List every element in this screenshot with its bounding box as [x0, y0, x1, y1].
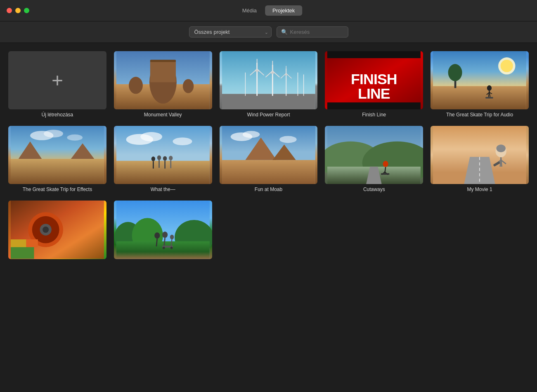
svg-line-108 [164, 238, 165, 246]
svg-rect-53 [116, 161, 210, 184]
maximize-button[interactable] [24, 8, 29, 13]
project-title-skate-audio: The Great Skate Trip for Audio [446, 112, 513, 118]
svg-point-71 [279, 136, 296, 143]
project-item-new[interactable]: + Új létrehozása [8, 51, 106, 118]
svg-rect-46 [11, 159, 104, 184]
project-title-monument-valley: Monument Valley [144, 112, 182, 118]
new-project-thumb: + [8, 51, 106, 109]
project-item-skate-audio[interactable]: The Great Skate Trip for Audio [431, 51, 529, 118]
svg-point-109 [170, 235, 174, 239]
search-input[interactable] [290, 29, 344, 35]
search-icon: 🔍 [281, 29, 288, 35]
filter-select[interactable]: Összes projekt [189, 26, 272, 38]
project-item-finish-line[interactable]: FINISH LINE Finish Line [325, 51, 423, 118]
project-title-finish-line: Finish Line [362, 112, 386, 118]
svg-rect-98 [11, 247, 34, 259]
svg-point-51 [67, 135, 83, 141]
svg-point-86 [497, 144, 506, 152]
svg-point-105 [154, 233, 160, 239]
svg-point-113 [170, 247, 173, 249]
svg-point-44 [448, 64, 462, 81]
project-item-bottom1[interactable] [8, 201, 106, 261]
project-thumb-finish-line: FINISH LINE [325, 51, 423, 109]
project-item-wind-power[interactable]: Wind Power Report [220, 51, 318, 118]
project-thumb-skate-effects [8, 126, 106, 184]
toolbar: Összes projekt 🔍 [0, 21, 537, 43]
svg-line-106 [156, 239, 157, 247]
main-content: + Új létrehozása [0, 43, 537, 392]
svg-rect-30 [327, 102, 421, 109]
tab-group: Média Projektek [235, 5, 303, 16]
svg-point-107 [162, 232, 168, 238]
plus-icon: + [52, 71, 63, 90]
svg-point-70 [242, 131, 259, 138]
svg-text:LINE: LINE [358, 85, 390, 102]
svg-rect-8 [222, 94, 315, 110]
svg-rect-66 [222, 160, 315, 184]
svg-point-55 [140, 132, 162, 142]
projects-grid: + Új létrehozása [8, 51, 529, 262]
svg-rect-42 [485, 97, 493, 99]
svg-point-37 [487, 85, 492, 91]
svg-point-77 [383, 161, 388, 167]
project-title-cutaways: Cutaways [363, 187, 385, 192]
svg-point-5 [129, 77, 143, 94]
svg-line-88 [501, 157, 502, 167]
svg-point-56 [173, 137, 192, 145]
svg-rect-34 [433, 86, 526, 109]
project-title-fun-moab: Fun at Moab [255, 187, 282, 192]
project-item-skate-effects[interactable]: The Great Skate Trip for Effects [8, 126, 106, 192]
traffic-lights [7, 8, 29, 13]
svg-point-59 [163, 156, 167, 161]
project-title-skate-effects: The Great Skate Trip for Effects [23, 187, 92, 192]
svg-point-50 [44, 130, 63, 138]
svg-point-36 [501, 60, 513, 72]
svg-rect-29 [327, 51, 421, 58]
project-title-what-the: What the— [151, 187, 175, 192]
project-thumb-bottom1 [8, 201, 106, 259]
svg-point-57 [151, 157, 155, 161]
project-thumb-my-movie [431, 126, 529, 184]
project-title-wind-power: Wind Power Report [247, 112, 290, 118]
project-thumb-skate-audio [431, 51, 529, 109]
svg-point-6 [183, 79, 194, 93]
project-thumb-cutaways [325, 126, 423, 184]
svg-rect-104 [116, 241, 210, 259]
project-item-monument-valley[interactable]: Monument Valley [114, 51, 212, 118]
project-title-my-movie: My Movie 1 [467, 187, 492, 192]
project-thumb-monument-valley [114, 51, 212, 109]
project-item-cutaways[interactable]: Cutaways [325, 126, 423, 192]
svg-rect-3 [150, 61, 176, 83]
project-item-fun-moab[interactable]: Fun at Moab [220, 126, 318, 192]
svg-point-96 [43, 227, 49, 233]
tab-media[interactable]: Média [235, 5, 264, 16]
project-item-what-the[interactable]: What the— [114, 126, 212, 192]
project-thumb-fun-moab [220, 126, 318, 184]
svg-rect-99 [26, 240, 38, 248]
svg-rect-4 [150, 60, 176, 62]
svg-point-60 [169, 156, 173, 161]
project-thumb-wind-power [220, 51, 318, 109]
project-item-my-movie[interactable]: My Movie 1 [431, 126, 529, 192]
svg-rect-81 [381, 173, 390, 175]
close-button[interactable] [7, 8, 12, 13]
svg-point-112 [163, 247, 165, 249]
project-item-bottom2[interactable] [114, 201, 212, 261]
search-box: 🔍 [277, 26, 348, 38]
project-thumb-what-the [114, 126, 212, 184]
titlebar: Média Projektek [0, 0, 537, 21]
minimize-button[interactable] [15, 8, 21, 13]
project-title-new: Új létrehozása [42, 112, 73, 118]
filter-wrapper: Összes projekt [189, 26, 272, 38]
tab-projektek[interactable]: Projektek [265, 5, 302, 16]
project-thumb-bottom2 [114, 201, 212, 259]
svg-point-58 [157, 156, 161, 160]
